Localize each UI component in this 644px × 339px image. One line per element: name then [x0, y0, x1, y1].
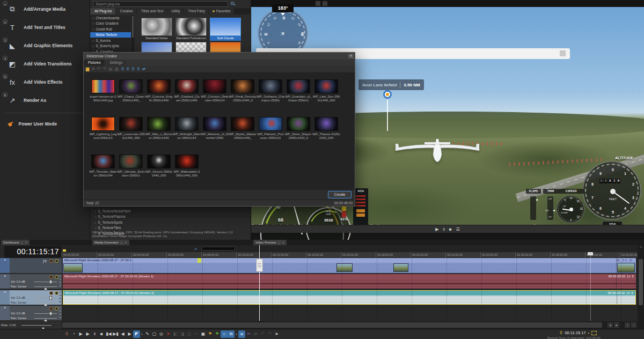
plugin-tab[interactable]: Titles and Text	[137, 8, 167, 14]
track-fx-button[interactable]: ƒx	[43, 259, 47, 263]
snap-icon[interactable]: ⌗	[193, 330, 200, 338]
preset-standard-noise[interactable]: Standard Noise	[141, 18, 172, 41]
go-to-end-icon[interactable]: ▶▮	[112, 330, 119, 338]
plugin-tree-item[interactable]: ☆S_BokehLights	[90, 43, 131, 49]
sidebar-item[interactable]: ◣ 3 Add Graphic Elements	[0, 36, 90, 55]
play-icon[interactable]: ▶	[84, 330, 91, 338]
preview-play-button[interactable]: ▶	[435, 225, 438, 233]
picture-item[interactable]: WP_Mistress_of_Mischief-2560	[201, 117, 229, 154]
event-edit-handle[interactable]	[197, 258, 201, 263]
record-mic-icon[interactable]: ⚲	[63, 330, 70, 338]
trim-end-icon[interactable]: ◨	[179, 330, 186, 338]
group-icon[interactable]: ⧈	[238, 330, 245, 338]
go-to-start-icon[interactable]: ▮◀	[105, 330, 112, 338]
plugin-tree-item[interactable]: ☆S_Aurora	[90, 38, 131, 43]
favorite-star-icon[interactable]: ☆	[92, 44, 94, 48]
open-folder-icon[interactable]: ▆	[86, 66, 89, 72]
tool-dropdown-icon[interactable]: ▾	[140, 330, 144, 338]
picture-item[interactable]: WP_Mystic_Master-2560x1440_	[229, 117, 257, 154]
pan-slider[interactable]	[34, 318, 57, 319]
delete-icon[interactable]: ✕	[165, 330, 172, 338]
plugin-tree-item[interactable]: ☆S_TextureNoisePaint	[92, 208, 151, 214]
favorite-star-icon[interactable]: ☆	[94, 209, 97, 213]
favorite-star-icon[interactable]: ☆	[94, 220, 97, 224]
sidebar-item[interactable]: ◩ 4 Add Video Transitions	[0, 55, 90, 73]
picture-item[interactable]: WP_Patriotic_Protector-2560x14	[257, 117, 284, 154]
scroll-right-button[interactable]: ▸	[614, 322, 619, 328]
tab-dashboard[interactable]: Dashboard▢✕	[1, 240, 30, 245]
event-fx-button[interactable]: ƒx	[627, 275, 630, 278]
preset-soft-clouds[interactable]: Soft Clouds	[210, 18, 241, 41]
plugin-tree-item[interactable]: ☆S_TextureSpots	[92, 219, 151, 225]
rate-slider[interactable]	[21, 325, 52, 326]
dialog-title[interactable]: Slideshow Creator	[84, 53, 355, 60]
pin-last-icon[interactable]: ⚲	[137, 66, 140, 72]
track-grip[interactable]: ≡	[0, 274, 10, 289]
horizontal-scrollbar[interactable]: ◂ ▸ ＋ －	[62, 321, 638, 329]
stop-icon[interactable]: ■	[98, 330, 105, 338]
vscroll-thumb[interactable]	[639, 259, 643, 305]
volume-slider[interactable]	[34, 282, 57, 282]
picture-item[interactable]: WP_Loverman-2560x1440_000	[117, 117, 145, 154]
plugin-tab[interactable]: Third Party	[184, 8, 208, 14]
picture-item[interactable]: WP_Cosmos_Knight-2560x1440	[145, 79, 173, 117]
pin-first-icon[interactable]: ⚲	[121, 66, 124, 72]
split-icon[interactable]: ✂	[245, 330, 252, 338]
cursor-icon[interactable]: ➤	[273, 330, 280, 338]
event-fx-button[interactable]: ƒx	[626, 291, 630, 294]
track-grip[interactable]: ≡	[0, 306, 10, 320]
video-track-header[interactable]: ≡ ƒx	[0, 258, 62, 273]
video-event[interactable]: Microsoft Flight Simulator 2020.08.17 - …	[63, 258, 636, 273]
preview-toolbar-button[interactable]	[316, 1, 320, 6]
picture-item[interactable]: WP_Thunder_Warrior-2560x144	[89, 154, 117, 192]
search-input[interactable]: Search plug-ins	[93, 1, 228, 7]
plugin-tree-item[interactable]: ☆Credit Roll	[90, 26, 131, 32]
timeline-time-display[interactable]: 00:11:15:17	[4, 246, 61, 258]
favorite-star-icon[interactable]: ☆	[94, 226, 97, 230]
ignore-grouping-icon[interactable]: ⧉	[228, 330, 235, 338]
picture-item[interactable]: WP_Gothams_Champion-2560x	[257, 79, 284, 117]
tab-video-preview[interactable]: Video Preview▢✕	[253, 240, 287, 245]
dropdown-icon[interactable]: ▾	[588, 331, 589, 335]
preview-stop-button[interactable]: ■	[449, 225, 452, 233]
picture-item[interactable]: WP_Wallcrawler-2560x1440_000	[173, 154, 201, 192]
marker-bar[interactable]: ➜	[62, 245, 638, 252]
window-button[interactable]	[560, 50, 566, 56]
power-user-mode-button[interactable]: ☛ Power User Mode	[0, 116, 90, 132]
rotate-left-icon[interactable]: ↶	[97, 66, 101, 72]
scroll-left-button[interactable]: ◂	[608, 322, 613, 328]
pause-icon[interactable]: ‖	[91, 330, 98, 338]
plugin-tab[interactable]: Creative	[116, 8, 136, 14]
event-corner-icons[interactable]: ⧉ ƒx ≡	[617, 259, 633, 262]
picture-item[interactable]: WP_Midnight_Warrior-2560x144	[173, 117, 201, 154]
picture-item[interactable]: WP_Ultimate_Extinction-2560x1	[117, 154, 145, 192]
audio-track-header[interactable]: ≡ Vol: 0.0 dB Pan: Center 12243648	[0, 306, 62, 320]
plugin-tab[interactable]: Utility	[167, 8, 183, 14]
prev-frame-icon[interactable]: ◀	[119, 330, 126, 338]
zoom-tool-icon[interactable]: ◎	[158, 330, 165, 338]
next-frame-icon[interactable]: ▶	[126, 330, 133, 338]
time-ruler[interactable]: 00:00:00:0000:02:00:0000:04:00:0000:06:0…	[62, 252, 638, 258]
picture-item[interactable]: WP_Thanos-4125x2160_004	[312, 117, 340, 154]
dialog-tab[interactable]: Settings	[105, 60, 127, 66]
sort-asc-icon[interactable]: ▤	[108, 66, 113, 72]
close-icon[interactable]: ✕	[348, 54, 354, 58]
favorite-star-icon[interactable]: ☆	[92, 16, 94, 20]
loop-playback-icon[interactable]: ◔	[70, 330, 77, 338]
favorite-star-icon[interactable]: ☆	[92, 33, 94, 36]
marker-flag-icon[interactable]: ⚑	[207, 330, 214, 338]
solo-button[interactable]	[55, 259, 58, 263]
volume-slider[interactable]	[34, 298, 57, 298]
pan-slider[interactable]	[34, 303, 57, 303]
track-grip[interactable]: ≡	[0, 258, 10, 273]
lock-icon[interactable]: ▣	[200, 330, 207, 338]
plugin-tree-item[interactable]: ☆Checkerboards	[90, 15, 131, 21]
play-from-start-icon[interactable]: ▶	[77, 330, 84, 338]
pin-next-icon[interactable]: ⚲	[131, 66, 135, 72]
remove-icon[interactable]: ✕	[91, 66, 95, 72]
selection-tool-icon[interactable]: ▢	[151, 330, 158, 338]
auto-ripple-icon[interactable]: ⌂	[221, 330, 228, 338]
search-icon[interactable]	[231, 2, 236, 6]
vertical-scrollbar[interactable]: ≡	[638, 245, 644, 329]
close-icon[interactable]: ✕	[25, 241, 28, 244]
